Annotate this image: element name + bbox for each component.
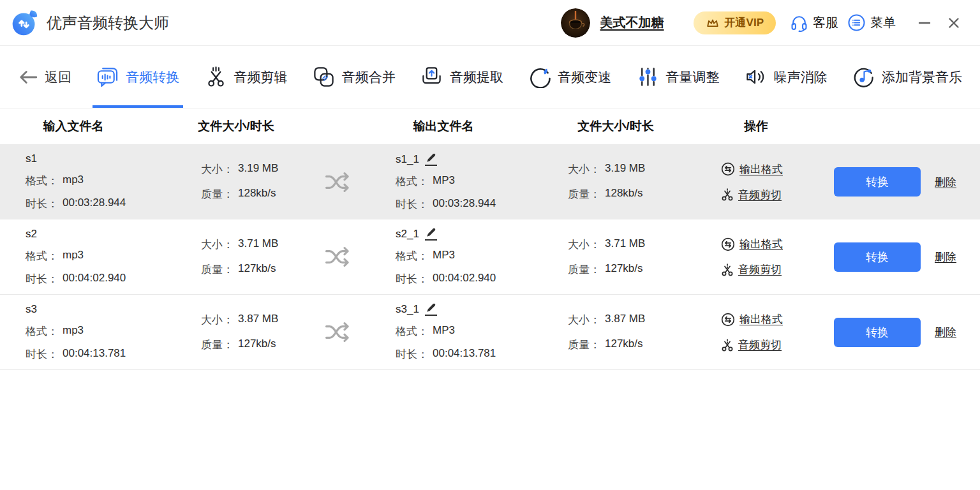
audio-cut-link[interactable]: 音频剪切	[721, 188, 823, 202]
format-value: MP3	[433, 249, 455, 264]
edit-name-button[interactable]	[425, 152, 437, 166]
tab-audio-speed[interactable]: 音频变速	[528, 46, 611, 108]
row-actions: 输出格式 音频剪切	[689, 312, 823, 352]
quality-label: 质量：	[201, 262, 234, 277]
table-header-row: 输入文件名 文件大小/时长 输出文件名 文件大小/时长 操作	[0, 108, 980, 144]
size-line: 大小： 3.87 MB	[201, 313, 293, 327]
duration-value: 00:04:13.781	[63, 347, 126, 362]
app-logo-icon	[10, 9, 38, 37]
crown-icon	[706, 17, 720, 29]
feature-nav: 返回 音频转换 音频剪辑	[0, 46, 980, 108]
output-size-info: 大小： 3.71 MB 质量： 127kb/s	[542, 237, 689, 277]
app-brand: 优声音频转换大师	[10, 9, 169, 37]
tab-volume-adjust[interactable]: 音量调整	[637, 46, 720, 108]
output-format-line: 格式： MP3	[396, 324, 542, 339]
input-duration-line: 时长： 00:04:13.781	[26, 347, 179, 362]
input-size-info: 大小： 3.19 MB 质量： 128kb/s	[179, 162, 293, 202]
input-file-info: s1 格式： mp3 时长： 00:03:28.944	[0, 152, 179, 211]
convert-button[interactable]: 转换	[834, 242, 921, 272]
quality-label: 质量：	[201, 187, 234, 202]
delete-link[interactable]: 删除	[935, 249, 980, 264]
delete-link[interactable]: 删除	[935, 325, 980, 339]
delete-cell: 删除	[932, 325, 980, 339]
format-label: 格式：	[26, 324, 58, 339]
minimize-button[interactable]	[915, 13, 934, 33]
menu-label: 菜单	[870, 14, 896, 31]
output-format-label: 输出格式	[739, 237, 783, 251]
output-name-row: s3_1	[396, 302, 542, 316]
tab-audio-convert[interactable]: 音频转换	[96, 46, 179, 108]
convert-direction	[293, 322, 380, 343]
user-avatar[interactable]	[561, 8, 590, 38]
delete-link[interactable]: 删除	[935, 175, 980, 189]
output-format-link[interactable]: 输出格式	[721, 162, 823, 177]
headset-icon	[790, 13, 808, 32]
header-output-size: 文件大小/时长	[542, 118, 689, 135]
support-button[interactable]: 客服	[790, 13, 838, 32]
size-value: 3.71 MB	[605, 237, 645, 252]
size-line: 大小： 3.87 MB	[568, 313, 689, 327]
convert-button[interactable]: 转换	[834, 167, 921, 197]
format-label: 格式：	[396, 249, 428, 264]
header-input-size: 文件大小/时长	[179, 118, 293, 135]
table-row: s2 格式： mp3 时长： 00:04:02.940 大小： 3.71 MB …	[0, 219, 980, 295]
tab-noise-removal[interactable]: 噪声消除	[745, 46, 828, 108]
edit-name-button[interactable]	[425, 227, 437, 241]
convert-button[interactable]: 转换	[834, 318, 921, 347]
tab-label: 音频合并	[342, 68, 396, 86]
quality-value: 127kb/s	[605, 262, 643, 277]
input-size-info: 大小： 3.71 MB 质量： 127kb/s	[179, 237, 293, 277]
quality-line: 质量： 128kb/s	[201, 187, 293, 202]
tab-audio-edit[interactable]: 音频剪辑	[205, 46, 288, 108]
input-file-name: s2	[26, 228, 179, 241]
format-label: 格式：	[396, 324, 428, 339]
header-actions: 操作	[689, 118, 823, 135]
duration-label: 时长：	[396, 272, 428, 286]
convert-cell: 转换	[823, 318, 932, 347]
open-vip-button[interactable]: 开通VIP	[694, 11, 776, 34]
output-format-label: 输出格式	[739, 162, 783, 177]
shuffle-icon	[325, 172, 349, 193]
duration-value: 00:03:28.944	[433, 197, 496, 212]
audio-convert-icon	[96, 66, 119, 88]
format-label: 格式：	[26, 174, 58, 188]
input-file-name: s3	[26, 303, 179, 316]
size-value: 3.19 MB	[605, 162, 645, 177]
size-label: 大小：	[568, 237, 600, 252]
size-line: 大小： 3.19 MB	[568, 162, 689, 177]
duration-value: 00:04:02.940	[63, 272, 126, 286]
tab-audio-merge[interactable]: 音频合并	[313, 46, 396, 108]
audio-cut-link[interactable]: 音频剪切	[721, 338, 823, 352]
output-name-row: s1_1	[396, 152, 542, 166]
output-duration-line: 时长： 00:03:28.944	[396, 197, 542, 212]
audio-cut-link[interactable]: 音频剪切	[721, 262, 823, 277]
username[interactable]: 美式不加糖	[600, 14, 664, 31]
tab-add-background-music[interactable]: 添加背景音乐	[852, 46, 962, 108]
row-actions: 输出格式 音频剪切	[689, 162, 823, 202]
edit-name-button[interactable]	[425, 302, 437, 316]
audio-speed-icon	[528, 66, 551, 88]
audio-merge-icon	[313, 66, 335, 88]
tab-audio-extract[interactable]: 音频提取	[420, 46, 503, 108]
tab-label: 音频提取	[450, 68, 503, 86]
duration-label: 时长：	[26, 197, 58, 211]
input-duration-line: 时长： 00:03:28.944	[26, 197, 179, 211]
output-size-info: 大小： 3.87 MB 质量： 127kb/s	[542, 313, 689, 352]
audio-edit-icon	[205, 66, 227, 88]
input-file-name: s1	[26, 152, 179, 165]
output-format-link[interactable]: 输出格式	[721, 312, 823, 327]
menu-button[interactable]: 菜单	[847, 13, 896, 32]
output-format-link[interactable]: 输出格式	[721, 237, 823, 251]
output-file-name: s2_1	[396, 228, 419, 241]
noise-removal-icon	[745, 66, 767, 88]
close-button[interactable]	[944, 13, 963, 33]
input-file-info: s2 格式： mp3 时长： 00:04:02.940	[0, 228, 179, 286]
size-label: 大小：	[568, 313, 600, 327]
format-label: 格式：	[396, 174, 428, 189]
quality-value: 127kb/s	[605, 338, 643, 352]
audio-cut-label: 音频剪切	[738, 338, 782, 352]
size-label: 大小：	[568, 162, 600, 177]
back-button[interactable]: 返回	[18, 46, 71, 108]
size-line: 大小： 3.71 MB	[568, 237, 689, 252]
header-input-file: 输入文件名	[0, 118, 179, 135]
